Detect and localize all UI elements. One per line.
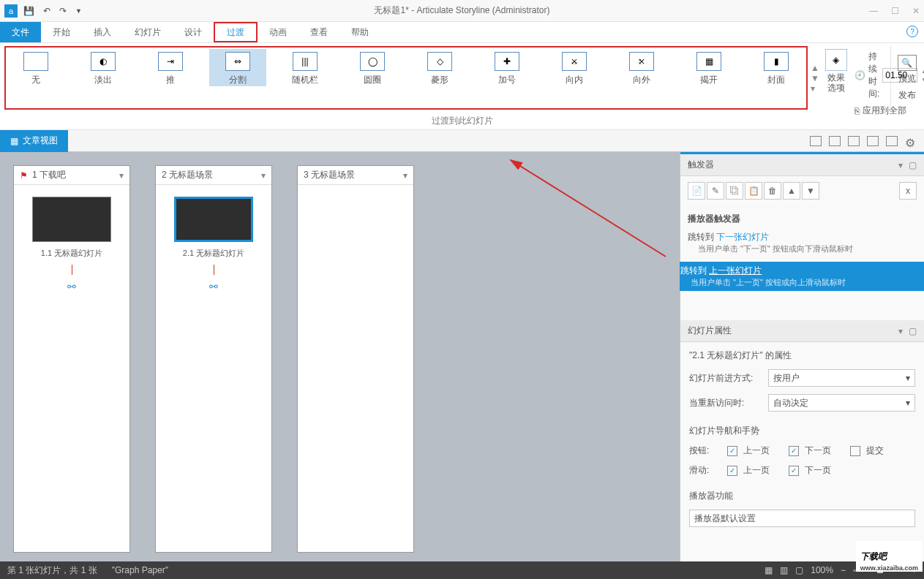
scene-title: 1 下载吧 <box>32 169 66 181</box>
view-mode-5[interactable] <box>886 136 898 146</box>
link-icon[interactable]: ⚯ <box>209 281 218 292</box>
apply-all-icon: ⎘ <box>854 106 860 116</box>
menu-animations[interactable]: 动画 <box>258 22 298 42</box>
menu-help[interactable]: 帮助 <box>339 22 380 42</box>
slide-properties-header[interactable]: 幻灯片属性 ▾▢ <box>680 320 924 342</box>
edit-trigger-button[interactable]: ✎ <box>707 182 724 200</box>
transition-5[interactable]: ◯圆圈 <box>344 49 401 86</box>
transition-8[interactable]: ⤩向内 <box>546 49 603 86</box>
transition-2[interactable]: ⇥推 <box>142 49 199 86</box>
swipe-prev-checkbox[interactable]: ✓ <box>727 466 737 476</box>
title-bar: a 💾 ↶ ↷ ▼ 无标题1* - Articulate Storyline (… <box>0 0 924 22</box>
move-down-button[interactable]: ▼ <box>802 182 819 200</box>
zoom-level[interactable]: 100% <box>811 565 833 575</box>
workspace: ⚑ 1 下载吧 ▾ 1.1 无标题幻灯片 ⚯ 2 无标题场景 ▾ 2.1 无标题… <box>0 152 924 566</box>
view-mode-2[interactable] <box>829 136 841 146</box>
link-icon[interactable]: ⚯ <box>67 281 76 292</box>
menu-view[interactable]: 查看 <box>298 22 339 42</box>
next-button-checkbox[interactable]: ✓ <box>789 446 799 456</box>
close-button[interactable]: ✕ <box>912 6 920 16</box>
slide-label: 2.1 无标题幻灯片 <box>183 248 244 259</box>
zoom-out-button[interactable]: − <box>841 565 846 575</box>
transition-label: 淡出 <box>94 74 112 86</box>
scene-dropdown-icon[interactable]: ▾ <box>119 170 124 181</box>
panel-pin-icon[interactable]: ▢ <box>909 160 917 170</box>
revisit-select[interactable]: 自动决定▾ <box>768 394 915 412</box>
view-mode-3[interactable] <box>848 136 860 146</box>
swipe-next-checkbox[interactable]: ✓ <box>789 466 799 476</box>
transition-11[interactable]: ▮封面 <box>748 49 805 86</box>
gallery-scroll[interactable]: ▲▼▾ <box>811 46 819 110</box>
transition-7[interactable]: ✚加号 <box>478 49 536 86</box>
transition-icon: ◯ <box>360 52 385 71</box>
view-mode-4[interactable] <box>867 136 879 146</box>
copy-trigger-button[interactable]: ⿻ <box>726 182 743 200</box>
minimize-button[interactable]: — <box>869 6 878 16</box>
transition-label: 向外 <box>633 74 650 86</box>
transition-label: 向内 <box>566 74 583 86</box>
window-title: 无标题1* - Articulate Storyline (Administra… <box>374 4 549 17</box>
transition-3[interactable]: ⇔分割 <box>209 49 266 86</box>
scene-3[interactable]: 3 无标题场景 ▾ <box>297 165 414 553</box>
scene-2[interactable]: 2 无标题场景 ▾ 2.1 无标题幻灯片 ⚯ <box>155 165 272 553</box>
app-icon: a <box>4 4 18 18</box>
menu-insert[interactable]: 插入 <box>82 22 123 42</box>
panel-menu-icon[interactable]: ▾ <box>898 326 903 336</box>
transition-icon: ⇔ <box>225 52 250 71</box>
scene-dropdown-icon[interactable]: ▾ <box>403 170 407 181</box>
triggers-panel-header[interactable]: 触发器 ▾▢ <box>680 154 924 176</box>
undo-icon[interactable]: ↶ <box>43 6 50 16</box>
transition-4[interactable]: |||随机栏 <box>277 49 334 86</box>
save-icon[interactable]: 💾 <box>23 6 34 16</box>
transition-icon: ▦ <box>696 52 721 71</box>
settings-icon[interactable]: ⚙ <box>905 136 917 146</box>
panel-menu-icon[interactable]: ▾ <box>898 160 903 170</box>
view-list-icon[interactable]: ▥ <box>780 565 788 575</box>
help-icon[interactable]: ? <box>906 26 918 37</box>
view-grid-icon[interactable]: ▦ <box>765 565 773 575</box>
delete-trigger-button[interactable]: 🗑 <box>764 182 781 200</box>
trigger-prev[interactable]: 跳转到 上一张幻灯片 当用户单击 "上一页" 按钮或向上滑动鼠标时 <box>673 262 924 291</box>
advance-select[interactable]: 按用户▾ <box>768 369 915 387</box>
triggers-toolbar: 📄 ✎ ⿻ 📋 🗑 ▲ ▼ x <box>680 176 924 205</box>
redo-icon[interactable]: ↷ <box>59 6 67 16</box>
player-default-select[interactable]: 播放器默认设置 <box>689 510 915 527</box>
submit-button-checkbox[interactable] <box>850 446 860 456</box>
view-mode-1[interactable] <box>810 136 822 146</box>
menu-file[interactable]: 文件 <box>0 22 41 42</box>
document-tab-bar: ▦ 文章视图 ⚙ <box>0 130 924 152</box>
preview-publish-group: 🔍 预览 发布 <box>890 46 920 110</box>
preview-button[interactable]: 🔍 预览 <box>898 55 917 85</box>
menu-slides[interactable]: 幻灯片 <box>123 22 173 42</box>
menu-design[interactable]: 设计 <box>173 22 214 42</box>
slide-thumbnail[interactable] <box>32 197 111 242</box>
story-canvas[interactable]: ⚑ 1 下载吧 ▾ 1.1 无标题幻灯片 ⚯ 2 无标题场景 ▾ 2.1 无标题… <box>0 152 680 566</box>
trigger-next[interactable]: 跳转到 下一张幻灯片 当用户单击 "下一页" 按钮或向下滑动鼠标时 <box>688 228 917 257</box>
transition-1[interactable]: ◐淡出 <box>75 49 132 86</box>
qat-dropdown-icon[interactable]: ▼ <box>75 7 82 15</box>
publish-label: 发布 <box>898 89 916 102</box>
scene-1[interactable]: ⚑ 1 下载吧 ▾ 1.1 无标题幻灯片 ⚯ <box>13 165 130 553</box>
transition-0[interactable]: 无 <box>7 49 64 86</box>
variables-button[interactable]: x <box>899 182 917 200</box>
transition-6[interactable]: ◇菱形 <box>411 49 468 86</box>
story-view-tab[interactable]: ▦ 文章视图 <box>0 130 68 152</box>
transition-icon: ◐ <box>91 52 116 71</box>
maximize-button[interactable]: ☐ <box>891 6 899 16</box>
panel-pin-icon[interactable]: ▢ <box>909 326 917 336</box>
transition-10[interactable]: ▦揭开 <box>680 49 737 86</box>
transition-icon: ⤪ <box>629 52 654 71</box>
new-trigger-button[interactable]: 📄 <box>688 182 705 200</box>
slide-thumbnail[interactable] <box>174 197 253 242</box>
prev-button-checkbox[interactable]: ✓ <box>727 446 737 456</box>
view-single-icon[interactable]: ▢ <box>795 565 803 575</box>
transition-gallery: 无◐淡出⇥推⇔分割|||随机栏◯圆圈◇菱形✚加号⤩向内⤪向外▦揭开▮封面 <box>4 46 808 110</box>
effect-options-button[interactable]: ◈ 效果 选项 <box>825 46 847 110</box>
scene-dropdown-icon[interactable]: ▾ <box>261 170 266 181</box>
transition-9[interactable]: ⤪向外 <box>613 49 670 86</box>
menu-home[interactable]: 开始 <box>41 22 82 42</box>
menu-transitions[interactable]: 过渡 <box>214 22 258 42</box>
paste-trigger-button[interactable]: 📋 <box>745 182 762 200</box>
move-up-button[interactable]: ▲ <box>783 182 800 200</box>
transition-icon: ⤩ <box>562 52 587 71</box>
